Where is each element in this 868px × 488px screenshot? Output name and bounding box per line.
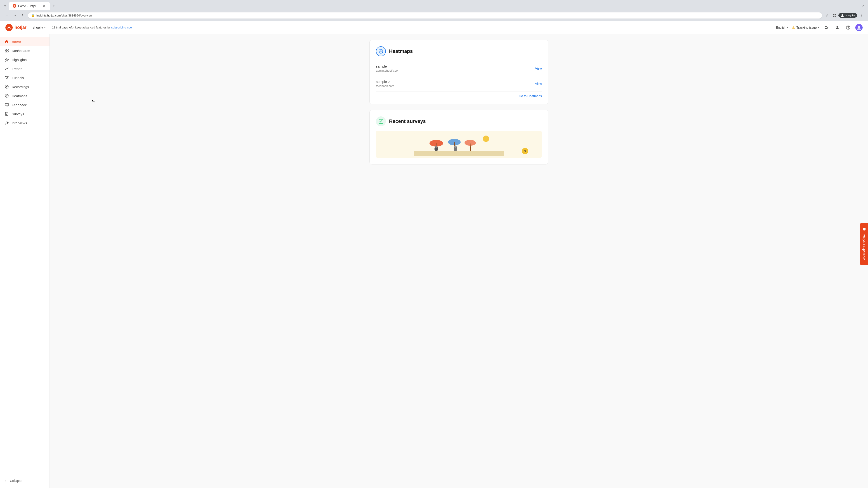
heatmap-item-0: sample admin.shopify.com View	[376, 61, 542, 76]
sidebar-item-recordings[interactable]: Recordings	[0, 82, 50, 91]
svg-point-27	[7, 122, 8, 123]
user-avatar[interactable]	[855, 24, 863, 31]
heatmap-item-1: sample 2 facebook.com View	[376, 76, 542, 92]
close-window-button[interactable]: ✕	[861, 3, 866, 8]
forward-button[interactable]: →	[12, 12, 18, 19]
app-container: hotjar shopify ▾ 11 trial days left - ke…	[0, 21, 868, 488]
content-inner: Heatmaps sample admin.shopify.com View s…	[364, 34, 554, 179]
site-selector[interactable]: shopify ▾	[30, 24, 49, 31]
extensions-button[interactable]	[831, 12, 837, 19]
back-button[interactable]: ←	[4, 12, 10, 19]
tracking-issue-label: Tracking issue	[796, 26, 817, 29]
trial-banner: 11 trial days left - keep advanced featu…	[52, 26, 772, 29]
heatmap-item-0-name: sample	[376, 64, 535, 68]
recordings-icon	[4, 85, 9, 89]
svg-point-13	[858, 26, 860, 28]
minimize-button[interactable]: ─	[850, 3, 855, 8]
sidebar-item-heatmaps[interactable]: Heatmaps	[0, 91, 50, 100]
tab-close-button[interactable]: ✕	[42, 4, 46, 8]
sidebar-item-home[interactable]: Home	[0, 37, 50, 46]
collapse-button[interactable]: ← Collapse	[0, 476, 50, 485]
subscribe-link[interactable]: subscribing now	[111, 26, 132, 29]
sidebar-label-funnels: Funnels	[12, 76, 24, 80]
sidebar-label-heatmaps: Heatmaps	[12, 94, 27, 98]
svg-point-32	[483, 135, 489, 142]
url-display: insights.hotjar.com/sites/3814994/overvi…	[36, 14, 819, 17]
dashboards-icon	[4, 48, 9, 53]
language-label: English	[776, 26, 786, 29]
heatmap-item-1-info: sample 2 facebook.com	[376, 80, 535, 88]
address-bar[interactable]: 🔒 insights.hotjar.com/sites/3814994/over…	[28, 12, 822, 19]
svg-rect-1	[833, 14, 834, 15]
sidebar-item-interviews[interactable]: Interviews	[0, 119, 50, 127]
header-actions: English ▾ ⚠ Tracking issue ▾	[776, 24, 863, 31]
heatmaps-card-icon	[376, 46, 386, 56]
heatmap-item-1-url: facebook.com	[376, 84, 535, 88]
svg-point-0	[13, 5, 16, 7]
svg-rect-15	[7, 49, 8, 51]
rate-experience-button[interactable]: Rate your experience	[860, 223, 868, 265]
heatmap-item-0-view-link[interactable]: View	[535, 67, 542, 70]
incognito-badge: Incognito	[838, 13, 857, 18]
maximize-button[interactable]: □	[855, 3, 861, 8]
lock-icon: 🔒	[31, 14, 35, 17]
content-area: Heatmaps sample admin.shopify.com View s…	[50, 34, 868, 488]
reload-button[interactable]: ↻	[20, 12, 26, 19]
collapse-label: Collapse	[10, 479, 22, 483]
new-tab-button[interactable]: +	[51, 3, 57, 9]
tracking-issue-button[interactable]: ⚠ Tracking issue ▾	[792, 25, 819, 30]
svg-point-9	[837, 26, 838, 28]
menu-button[interactable]: ⋮	[858, 12, 864, 19]
svg-point-21	[6, 95, 7, 96]
tab-list-button[interactable]: ▾	[2, 3, 8, 9]
survey-illustration: 5	[376, 131, 542, 158]
add-user-button[interactable]	[823, 24, 830, 31]
sidebar-item-highlights[interactable]: Highlights	[0, 55, 50, 64]
hotjar-logo[interactable]: hotjar	[5, 24, 26, 31]
sidebar-spacer	[0, 127, 50, 476]
main-layout: Home Dashboards Highlights Trends	[0, 34, 868, 488]
svg-rect-44	[863, 228, 866, 230]
svg-rect-17	[7, 51, 8, 52]
survey-count-badge: 5	[522, 148, 528, 154]
sidebar-label-home: Home	[12, 40, 21, 43]
app-header: hotjar shopify ▾ 11 trial days left - ke…	[0, 21, 868, 34]
heatmaps-card-title: Heatmaps	[389, 48, 413, 54]
sidebar-item-dashboards[interactable]: Dashboards	[0, 46, 50, 55]
language-selector[interactable]: English ▾	[776, 26, 788, 29]
chevron-down-icon: ▾	[44, 26, 45, 29]
site-name: shopify	[33, 26, 43, 29]
sidebar-item-trends[interactable]: Trends	[0, 64, 50, 73]
sidebar-item-feedback[interactable]: Feedback	[0, 100, 50, 109]
sidebar-item-surveys[interactable]: Surveys	[0, 109, 50, 119]
active-tab[interactable]: Home - Hotjar ✕	[9, 2, 50, 10]
lang-chevron-icon: ▾	[787, 26, 788, 29]
surveys-card-icon	[376, 116, 386, 126]
heatmap-item-1-name: sample 2	[376, 80, 535, 84]
bookmark-button[interactable]: ☆	[824, 12, 830, 19]
svg-point-40	[435, 145, 437, 148]
svg-rect-43	[414, 151, 504, 156]
surveys-icon	[4, 111, 9, 116]
heatmaps-go-to: Go to Heatmaps	[376, 92, 542, 98]
tab-favicon	[13, 4, 16, 8]
sidebar-label-dashboards: Dashboards	[12, 49, 30, 53]
svg-rect-4	[835, 15, 836, 17]
help-button[interactable]	[844, 24, 852, 31]
svg-point-7	[8, 26, 9, 27]
surveys-card-title: Recent surveys	[389, 119, 426, 124]
svg-point-26	[6, 122, 7, 123]
funnels-icon	[4, 75, 9, 80]
sidebar-label-recordings: Recordings	[12, 85, 29, 89]
sidebar: Home Dashboards Highlights Trends	[0, 34, 50, 488]
trends-icon	[4, 66, 9, 71]
browser-chrome: ▾ Home - Hotjar ✕ + ─ □ ✕ ← → ↻ 🔒 insigh…	[0, 0, 868, 21]
profile-button[interactable]	[834, 24, 841, 31]
heatmap-item-1-view-link[interactable]: View	[535, 82, 542, 86]
svg-point-11	[848, 28, 848, 29]
sidebar-item-funnels[interactable]: Funnels	[0, 73, 50, 82]
svg-point-8	[825, 26, 827, 27]
feedback-icon	[4, 103, 9, 107]
go-to-heatmaps-link[interactable]: Go to Heatmaps	[519, 94, 542, 98]
heatmaps-icon	[4, 94, 9, 98]
